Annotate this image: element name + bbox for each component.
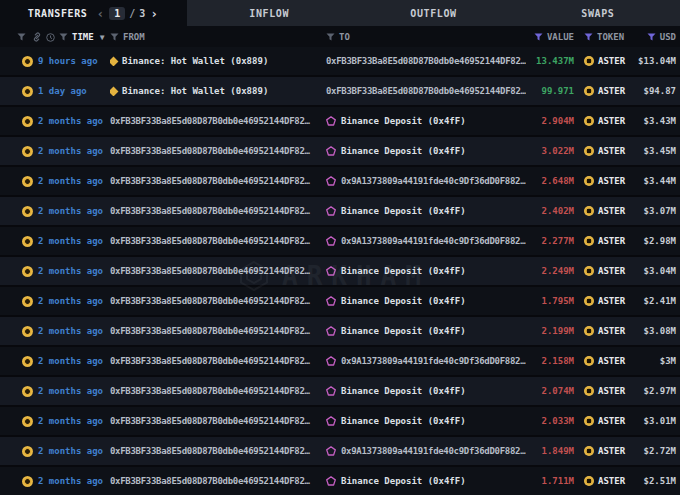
table-row[interactable]: 2 months ago 0xFB3BF33Ba8E5d08D87B0db0e4…	[0, 407, 680, 437]
to-label[interactable]: Binance Deposit (0x4fF)	[341, 416, 466, 426]
transfer-to[interactable]: Binance Deposit (0x4fF)	[322, 386, 526, 396]
table-row[interactable]: 1 day ago Binance: Hot Wallet (0x889) 0x…	[0, 77, 680, 107]
transfer-time[interactable]: 2 months ago	[38, 266, 110, 276]
filter-icon[interactable]	[59, 33, 68, 41]
transfer-time[interactable]: 2 months ago	[38, 146, 110, 156]
to-column-header[interactable]: TO	[322, 32, 526, 42]
transfer-token[interactable]: ASTER	[574, 386, 636, 396]
transfer-from[interactable]: 0xFB3BF33Ba8E5d08D87B0db0e46952144DF82…	[110, 326, 322, 336]
transfer-to[interactable]: Binance Deposit (0x4fF)	[322, 476, 526, 486]
transfer-time[interactable]: 2 months ago	[38, 326, 110, 336]
transfer-time[interactable]: 2 months ago	[38, 236, 110, 246]
filter-icon[interactable]	[647, 33, 656, 41]
to-label[interactable]: Binance Deposit (0x4fF)	[341, 206, 466, 216]
from-column-header[interactable]: FROM	[110, 32, 322, 42]
transfer-to[interactable]: Binance Deposit (0x4fF)	[322, 326, 526, 336]
transfer-time[interactable]: 2 months ago	[38, 206, 110, 216]
from-label[interactable]: 0xFB3BF33Ba8E5d08D87B0db0e46952144DF82…	[110, 386, 310, 396]
transfer-token[interactable]: ASTER	[574, 446, 636, 456]
from-label[interactable]: Binance: Hot Wallet (0x889)	[122, 86, 268, 96]
filter-icon[interactable]	[534, 33, 543, 41]
filter-icon[interactable]	[110, 33, 119, 41]
transfer-from[interactable]: Binance: Hot Wallet (0x889)	[110, 86, 322, 96]
transfer-to[interactable]: 0xFB3BF33Ba8E5d08D87B0db0e46952144DF82…	[322, 86, 526, 96]
transfer-time[interactable]: 1 day ago	[38, 86, 110, 96]
usd-column-header[interactable]: USD	[636, 32, 680, 42]
transfer-time[interactable]: 2 months ago	[38, 176, 110, 186]
from-label[interactable]: Binance: Hot Wallet (0x889)	[122, 56, 268, 66]
transfer-to[interactable]: Binance Deposit (0x4fF)	[322, 116, 526, 126]
transfer-from[interactable]: 0xFB3BF33Ba8E5d08D87B0db0e46952144DF82…	[110, 176, 322, 186]
from-label[interactable]: 0xFB3BF33Ba8E5d08D87B0db0e46952144DF82…	[110, 416, 310, 426]
transfer-from[interactable]: 0xFB3BF33Ba8E5d08D87B0db0e46952144DF82…	[110, 416, 322, 426]
transfer-token[interactable]: ASTER	[574, 86, 636, 96]
to-label[interactable]: Binance Deposit (0x4fF)	[341, 476, 466, 486]
transfer-from[interactable]: 0xFB3BF33Ba8E5d08D87B0db0e46952144DF82…	[110, 446, 322, 456]
transfer-from[interactable]: 0xFB3BF33Ba8E5d08D87B0db0e46952144DF82…	[110, 386, 322, 396]
from-label[interactable]: 0xFB3BF33Ba8E5d08D87B0db0e46952144DF82…	[110, 116, 310, 126]
to-label[interactable]: 0x9A1373809a44191fde40c9Df36dD0F882…	[341, 356, 525, 366]
to-label[interactable]: 0x9A1373809a44191fde40c9Df36dD0F882…	[341, 176, 525, 186]
transfer-from[interactable]: 0xFB3BF33Ba8E5d08D87B0db0e46952144DF82…	[110, 146, 322, 156]
table-row[interactable]: 2 months ago 0xFB3BF33Ba8E5d08D87B0db0e4…	[0, 287, 680, 317]
transfer-token[interactable]: ASTER	[574, 116, 636, 126]
transfer-token[interactable]: ASTER	[574, 416, 636, 426]
transfer-token[interactable]: ASTER	[574, 356, 636, 366]
transfer-time[interactable]: 2 months ago	[38, 446, 110, 456]
from-label[interactable]: 0xFB3BF33Ba8E5d08D87B0db0e46952144DF82…	[110, 146, 310, 156]
to-label[interactable]: Binance Deposit (0x4fF)	[341, 326, 466, 336]
to-label[interactable]: Binance Deposit (0x4fF)	[341, 116, 466, 126]
transfer-from[interactable]: 0xFB3BF33Ba8E5d08D87B0db0e46952144DF82…	[110, 296, 322, 306]
tab-swaps[interactable]: SWAPS	[516, 0, 680, 26]
transfer-token[interactable]: ASTER	[574, 56, 636, 66]
next-page-icon[interactable]: ›	[149, 7, 159, 20]
transfer-from[interactable]: 0xFB3BF33Ba8E5d08D87B0db0e46952144DF82…	[110, 116, 322, 126]
to-label[interactable]: Binance Deposit (0x4fF)	[341, 296, 466, 306]
transfer-from[interactable]: 0xFB3BF33Ba8E5d08D87B0db0e46952144DF82…	[110, 266, 322, 276]
transfer-time[interactable]: 2 months ago	[38, 476, 110, 486]
table-row[interactable]: 2 months ago 0xFB3BF33Ba8E5d08D87B0db0e4…	[0, 107, 680, 137]
transfer-token[interactable]: ASTER	[574, 206, 636, 216]
transfer-to[interactable]: 0x9A1373809a44191fde40c9Df36dD0F882…	[322, 356, 526, 366]
transfer-token[interactable]: ASTER	[574, 266, 636, 276]
filter-icon[interactable]	[17, 33, 26, 41]
from-label[interactable]: 0xFB3BF33Ba8E5d08D87B0db0e46952144DF82…	[110, 236, 310, 246]
transfer-token[interactable]: ASTER	[574, 296, 636, 306]
filter-icon[interactable]	[584, 33, 593, 41]
table-row[interactable]: 2 months ago 0xFB3BF33Ba8E5d08D87B0db0e4…	[0, 197, 680, 227]
table-row[interactable]: 2 months ago 0xFB3BF33Ba8E5d08D87B0db0e4…	[0, 137, 680, 167]
from-label[interactable]: 0xFB3BF33Ba8E5d08D87B0db0e46952144DF82…	[110, 326, 310, 336]
to-label[interactable]: Binance Deposit (0x4fF)	[341, 146, 466, 156]
transfer-from[interactable]: 0xFB3BF33Ba8E5d08D87B0db0e46952144DF82…	[110, 356, 322, 366]
transfer-from[interactable]: 0xFB3BF33Ba8E5d08D87B0db0e46952144DF82…	[110, 476, 322, 486]
transfer-to[interactable]: 0x9A1373809a44191fde40c9Df36dD0F882…	[322, 446, 526, 456]
from-label[interactable]: 0xFB3BF33Ba8E5d08D87B0db0e46952144DF82…	[110, 176, 310, 186]
to-label[interactable]: Binance Deposit (0x4fF)	[341, 386, 466, 396]
transfer-to[interactable]: Binance Deposit (0x4fF)	[322, 266, 526, 276]
transfer-to[interactable]: 0xFB3BF33Ba8E5d08D87B0db0e46952144DF82…	[322, 56, 526, 66]
table-row[interactable]: 2 months ago 0xFB3BF33Ba8E5d08D87B0db0e4…	[0, 227, 680, 257]
transfer-time[interactable]: 2 months ago	[38, 416, 110, 426]
transfer-to[interactable]: Binance Deposit (0x4fF)	[322, 416, 526, 426]
tab-inflow[interactable]: INFLOW	[187, 0, 351, 26]
table-row[interactable]: 2 months ago 0xFB3BF33Ba8E5d08D87B0db0e4…	[0, 347, 680, 377]
table-row[interactable]: 2 months ago 0xFB3BF33Ba8E5d08D87B0db0e4…	[0, 467, 680, 495]
transfer-time[interactable]: 2 months ago	[38, 356, 110, 366]
from-label[interactable]: 0xFB3BF33Ba8E5d08D87B0db0e46952144DF82…	[110, 266, 310, 276]
transfer-time[interactable]: 2 months ago	[38, 386, 110, 396]
table-row[interactable]: 9 hours ago Binance: Hot Wallet (0x889) …	[0, 47, 680, 77]
from-label[interactable]: 0xFB3BF33Ba8E5d08D87B0db0e46952144DF82…	[110, 476, 310, 486]
table-row[interactable]: 2 months ago 0xFB3BF33Ba8E5d08D87B0db0e4…	[0, 167, 680, 197]
transfer-token[interactable]: ASTER	[574, 476, 636, 486]
tab-outflow[interactable]: OUTFLOW	[351, 0, 515, 26]
token-column-header[interactable]: TOKEN	[574, 32, 636, 42]
to-label[interactable]: 0x9A1373809a44191fde40c9Df36dD0F882…	[341, 236, 525, 246]
from-label[interactable]: 0xFB3BF33Ba8E5d08D87B0db0e46952144DF82…	[110, 206, 310, 216]
value-column-header[interactable]: VALUE	[526, 32, 574, 42]
table-row[interactable]: 2 months ago 0xFB3BF33Ba8E5d08D87B0db0e4…	[0, 437, 680, 467]
transfer-time[interactable]: 2 months ago	[38, 296, 110, 306]
tab-transfers[interactable]: TRANSFERS ‹ 1 / 3 ›	[0, 0, 187, 26]
transfer-time[interactable]: 2 months ago	[38, 116, 110, 126]
transfer-time[interactable]: 9 hours ago	[38, 56, 110, 66]
prev-page-icon[interactable]: ‹	[95, 7, 105, 20]
